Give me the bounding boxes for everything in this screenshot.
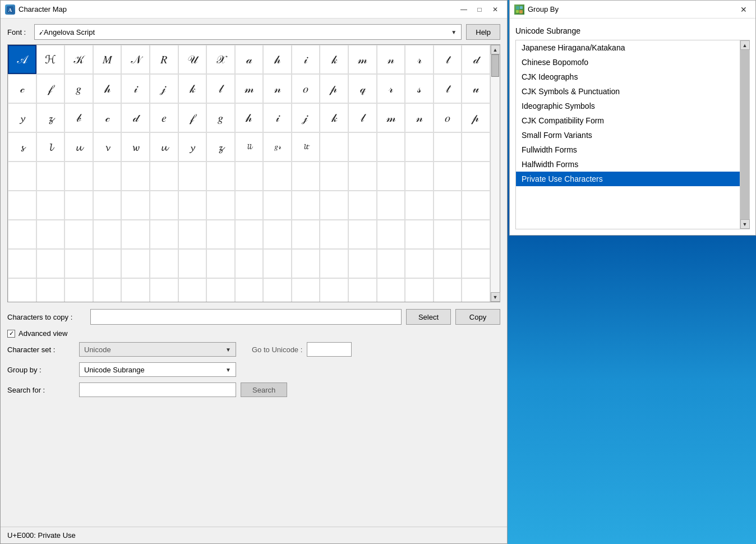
char-cell[interactable]: 𝑀 xyxy=(93,45,122,74)
char-cell[interactable]: 𝓉 xyxy=(434,45,462,74)
char-cell[interactable] xyxy=(434,278,462,302)
char-cell[interactable] xyxy=(8,249,36,278)
char-cell[interactable] xyxy=(434,220,462,249)
char-cell[interactable]: 𝓈 xyxy=(405,74,434,103)
char-cell[interactable]: 𝔃 xyxy=(206,132,235,162)
char-cell[interactable] xyxy=(320,191,348,220)
char-cell[interactable]: 𝑜 xyxy=(434,103,462,132)
char-cell[interactable] xyxy=(263,249,292,278)
char-cell[interactable] xyxy=(348,249,377,278)
char-cell[interactable]: 𝓀 xyxy=(178,74,207,103)
char-cell[interactable]: 𝔂 xyxy=(178,132,207,162)
char-cell[interactable] xyxy=(8,191,36,220)
char-cell[interactable] xyxy=(93,191,122,220)
char-cell[interactable] xyxy=(36,191,65,220)
maximize-button[interactable]: □ xyxy=(472,3,487,16)
char-cell[interactable]: 𝒰 xyxy=(178,45,207,74)
scroll-down-arrow[interactable]: ▼ xyxy=(491,292,500,302)
char-cell[interactable]: 𝒸 xyxy=(93,103,122,132)
char-cell[interactable] xyxy=(150,162,178,191)
char-cell[interactable] xyxy=(64,191,93,220)
char-cell[interactable] xyxy=(64,249,93,278)
list-item[interactable]: Chinese Bopomofo xyxy=(516,55,740,70)
char-cell[interactable]: 𝔂 xyxy=(8,103,36,132)
char-cell[interactable] xyxy=(292,191,320,220)
char-cell[interactable]: 𝓁 xyxy=(206,74,235,103)
group-by-close-button[interactable]: ✕ xyxy=(736,3,751,16)
char-cell[interactable]: 𝔀 xyxy=(121,132,150,162)
char-cell[interactable] xyxy=(377,220,405,249)
char-cell[interactable] xyxy=(36,162,65,191)
char-cell[interactable]: 𝒜 xyxy=(8,45,36,74)
char-cell[interactable] xyxy=(348,220,377,249)
char-cell[interactable]: 𝑒 xyxy=(150,103,178,132)
char-cell[interactable]: 𝒳 xyxy=(206,45,235,74)
char-cell[interactable] xyxy=(434,249,462,278)
char-cell[interactable] xyxy=(462,132,490,162)
char-cell[interactable] xyxy=(377,278,405,302)
list-item[interactable]: Ideographic Symbols xyxy=(516,99,740,113)
char-cell[interactable] xyxy=(206,249,235,278)
char-cell[interactable] xyxy=(292,278,320,302)
char-cell[interactable] xyxy=(36,249,65,278)
char-cell[interactable] xyxy=(434,191,462,220)
char-cell[interactable] xyxy=(405,132,434,162)
char-cell[interactable]: 𝑔 xyxy=(206,103,235,132)
char-cell[interactable] xyxy=(93,220,122,249)
char-cell[interactable] xyxy=(377,249,405,278)
char-cell[interactable] xyxy=(462,278,490,302)
char-cell[interactable]: 𝓂 xyxy=(235,74,264,103)
list-item[interactable]: Fullwidth Forms xyxy=(516,142,740,157)
char-cell[interactable]: 𝓃 xyxy=(405,103,434,132)
char-cell[interactable]: 𝓃 xyxy=(263,74,292,103)
char-cell[interactable] xyxy=(405,220,434,249)
char-cell[interactable]: 𝓾 xyxy=(150,132,178,162)
char-cell[interactable]: 𝓀 xyxy=(320,45,348,74)
char-cell[interactable]: 𝑔𝓇 xyxy=(263,132,292,162)
char-cell[interactable] xyxy=(150,191,178,220)
char-cell[interactable]: 𝑅 xyxy=(150,45,178,74)
char-cell[interactable] xyxy=(150,249,178,278)
list-item[interactable]: Japanese Hiragana/Katakana xyxy=(516,40,740,55)
char-cell[interactable] xyxy=(93,249,122,278)
char-cell[interactable] xyxy=(150,220,178,249)
char-cell[interactable]: ℋ xyxy=(36,45,65,74)
char-cell[interactable]: 𝓂 xyxy=(348,45,377,74)
search-input[interactable] xyxy=(79,382,236,397)
char-cell[interactable] xyxy=(462,220,490,249)
grid-scrollbar[interactable]: ▲ ▼ xyxy=(490,45,500,302)
char-cell[interactable]: 𝓁 xyxy=(348,103,377,132)
char-cell[interactable]: 𝓂 xyxy=(377,103,405,132)
search-button[interactable]: Search xyxy=(241,382,287,397)
list-item[interactable]: CJK Ideographs xyxy=(516,70,740,84)
char-cell[interactable] xyxy=(206,191,235,220)
char-cell[interactable]: 𝓆 xyxy=(348,74,377,103)
char-cell[interactable] xyxy=(377,191,405,220)
char-cell[interactable] xyxy=(235,220,264,249)
group-scroll-up[interactable]: ▲ xyxy=(740,40,750,50)
char-cell[interactable] xyxy=(462,162,490,191)
char-cell[interactable] xyxy=(235,278,264,302)
char-cell[interactable] xyxy=(263,162,292,191)
char-cell[interactable] xyxy=(121,278,150,302)
char-cell[interactable] xyxy=(348,162,377,191)
char-cell[interactable] xyxy=(36,220,65,249)
char-cell[interactable]: 𝓵𝓵 xyxy=(235,132,264,162)
char-cell[interactable]: 𝓇 xyxy=(405,45,434,74)
char-cell[interactable]: 𝑔 xyxy=(64,74,93,103)
char-cell[interactable] xyxy=(434,162,462,191)
char-cell[interactable]: 𝒻 xyxy=(36,74,65,103)
char-cell[interactable] xyxy=(263,278,292,302)
char-cell[interactable] xyxy=(462,191,490,220)
group-by-dropdown[interactable]: Unicode Subrange ▼ xyxy=(79,362,236,377)
char-cell[interactable]: 𝓃 xyxy=(377,45,405,74)
char-cell[interactable] xyxy=(292,249,320,278)
char-cell[interactable]: 𝓵 xyxy=(36,132,65,162)
go-to-unicode-input[interactable] xyxy=(307,342,352,357)
char-cell[interactable] xyxy=(235,249,264,278)
char-cell[interactable]: 𝒾 xyxy=(263,103,292,132)
char-cell[interactable] xyxy=(235,162,264,191)
char-cell[interactable]: 𝓀 xyxy=(320,103,348,132)
character-set-dropdown[interactable]: Unicode ▼ xyxy=(79,342,236,357)
char-cell[interactable] xyxy=(320,278,348,302)
